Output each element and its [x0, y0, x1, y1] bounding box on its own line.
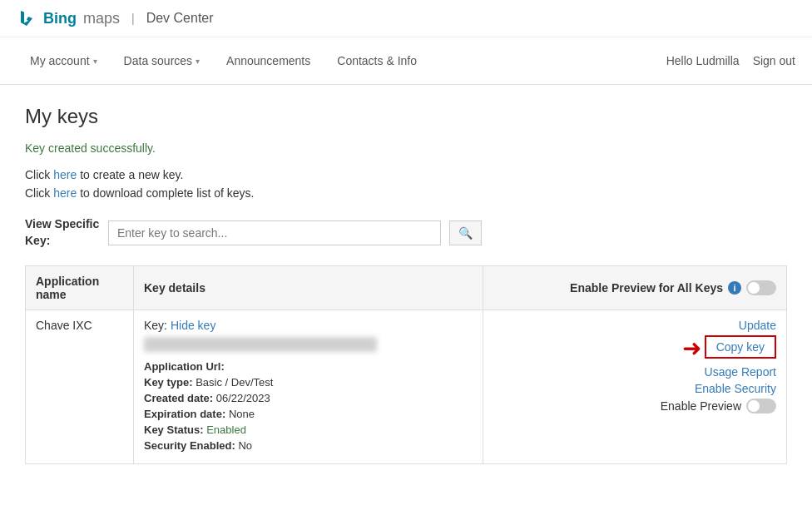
enable-preview-all-toggle[interactable]	[746, 280, 776, 295]
key-label: Key:	[144, 319, 167, 332]
nav-my-account-label: My account	[30, 54, 90, 67]
expiry-date-line: Expiration date: None	[144, 408, 473, 420]
search-icon: 🔍	[458, 226, 473, 240]
logo-divider: |	[131, 12, 135, 25]
create-key-line: Click here to create a new key.	[25, 168, 787, 181]
col-enable-preview: Enable Preview for All Keys i	[483, 266, 787, 310]
nav-my-account[interactable]: My account ▾	[17, 37, 111, 84]
enable-preview-label: Enable Preview	[661, 399, 741, 413]
status-value: Enabled	[206, 423, 246, 436]
success-message: Key created successfully.	[25, 141, 787, 155]
usage-report-link[interactable]: Usage Report	[493, 365, 776, 379]
sign-out-link[interactable]: Sign out	[753, 54, 795, 67]
red-arrow-icon: ➜	[682, 337, 701, 360]
nav-left: My account ▾ Data sources ▾ Announcement…	[17, 37, 666, 84]
nav-right: Hello Ludmilla Sign out	[666, 54, 795, 67]
toggle-knob	[748, 282, 760, 294]
logo-bar: Bing maps | Dev Center	[0, 0, 812, 37]
info-links: Click here to create a new key. Click he…	[25, 168, 787, 200]
nav-contacts-info[interactable]: Contacts & Info	[324, 37, 430, 84]
app-name-cell: Chave IXC	[26, 310, 134, 464]
nav-announcements-label: Announcements	[226, 54, 310, 67]
maps-text: maps	[83, 10, 120, 27]
key-type-line: Key type: Basic / Dev/Test	[144, 376, 473, 389]
security-label: Security Enabled:	[144, 439, 235, 452]
toggle-knob	[748, 400, 760, 412]
app-url-label: Application Url:	[144, 360, 225, 373]
search-button[interactable]: 🔍	[449, 220, 482, 245]
page-title: My keys	[25, 105, 787, 128]
copy-key-container: ➜ Copy key	[493, 335, 776, 362]
hello-user: Hello Ludmilla	[666, 54, 740, 67]
col-app-name: Application name	[26, 266, 134, 310]
search-label: View SpecificKey:	[25, 216, 100, 249]
keys-table: Application name Key details Enable Prev…	[25, 265, 787, 464]
create-key-link[interactable]: here	[53, 168, 77, 181]
info-icon[interactable]: i	[728, 281, 741, 295]
app-url-line: Application Url:	[144, 360, 473, 373]
key-type-label: Key type:	[144, 376, 193, 389]
chevron-down-icon: ▾	[93, 57, 97, 66]
key-details-cell: Key: Hide key Application Url: Key type:…	[134, 310, 483, 464]
search-input[interactable]	[108, 220, 441, 245]
nav-data-sources[interactable]: Data sources ▾	[111, 37, 213, 84]
download-link-suffix: to download complete list of keys.	[80, 186, 254, 200]
col-key-details: Key details	[134, 266, 483, 310]
bing-word: Bing	[43, 10, 77, 27]
create-link-suffix: to create a new key.	[80, 168, 183, 181]
status-label: Key Status:	[144, 423, 204, 436]
main-content: My keys Key created successfully. Click …	[0, 85, 812, 484]
main-nav: My account ▾ Data sources ▾ Announcement…	[0, 37, 812, 85]
copy-key-button[interactable]: Copy key	[705, 335, 776, 359]
security-value: No	[238, 439, 252, 452]
expiry-label: Expiration date:	[144, 408, 225, 420]
devcenter-text: Dev Center	[146, 11, 214, 26]
create-link-text: Click	[25, 168, 50, 181]
key-status-line: Key Status: Enabled	[144, 423, 473, 436]
key-blurred-value	[144, 337, 377, 352]
enable-security-link[interactable]: Enable Security	[493, 382, 776, 395]
enable-preview-row: Enable Preview	[493, 399, 776, 414]
created-label: Created date:	[144, 392, 213, 404]
nav-data-sources-label: Data sources	[124, 54, 192, 67]
nav-announcements[interactable]: Announcements	[213, 37, 324, 84]
bing-text: Bing	[43, 10, 77, 27]
actions-cell: Update ➜ Copy key Usage Report Enable Se…	[483, 310, 787, 464]
key-type-value: Basic / Dev/Test	[196, 376, 273, 389]
download-key-link[interactable]: here	[53, 186, 77, 200]
key-hide-row: Key: Hide key	[144, 319, 473, 332]
enable-preview-toggle[interactable]	[746, 399, 776, 414]
expiry-value: None	[229, 408, 255, 420]
download-key-line: Click here to download complete list of …	[25, 186, 787, 200]
nav-contacts-info-label: Contacts & Info	[337, 54, 417, 67]
table-row: Chave IXC Key: Hide key Application Url:…	[26, 310, 787, 464]
download-link-text: Click	[25, 186, 50, 200]
created-date-line: Created date: 06/22/2023	[144, 392, 473, 404]
app-name: Chave IXC	[36, 319, 92, 332]
hide-key-link[interactable]: Hide key	[171, 319, 215, 332]
search-row: View SpecificKey: 🔍	[25, 216, 787, 249]
bing-logo-icon	[17, 8, 37, 28]
chevron-down-icon: ▾	[196, 57, 200, 66]
created-value: 06/22/2023	[216, 392, 270, 404]
update-link[interactable]: Update	[493, 319, 776, 332]
security-enabled-line: Security Enabled: No	[144, 439, 473, 452]
